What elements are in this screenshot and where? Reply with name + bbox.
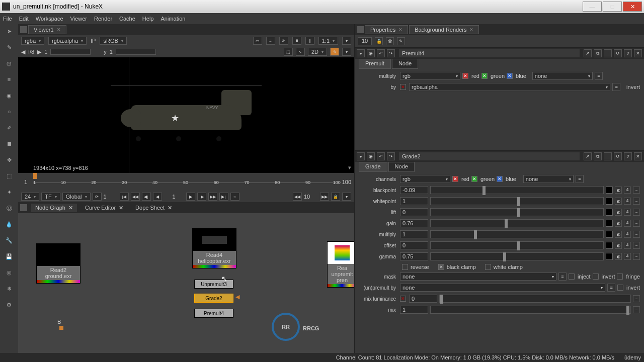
zoom-dropdown[interactable]: 1:1: [318, 37, 338, 45]
roi-icon[interactable]: ⬚: [284, 48, 293, 56]
mask-none-dropdown[interactable]: none: [532, 72, 593, 80]
menu-viewer[interactable]: Viewer: [70, 16, 87, 22]
drop-icon[interactable]: 💧: [4, 219, 14, 229]
gamma-slider[interactable]: [430, 252, 604, 260]
menu-edit[interactable]: Edit: [19, 16, 29, 22]
clock-icon[interactable]: ◷: [4, 58, 14, 68]
pane-menu-icon[interactable]: [20, 26, 27, 33]
node-read5[interactable]: Reaunpremlt pren: [327, 241, 354, 288]
node-premult4[interactable]: Premult4: [194, 309, 233, 318]
curve-icon[interactable]: ~: [633, 220, 640, 227]
curve-icon[interactable]: ~: [633, 253, 640, 260]
d-icon[interactable]: Ⓓ: [4, 203, 14, 213]
undo-icon[interactable]: ↶: [377, 49, 385, 57]
blue-check[interactable]: ✕: [507, 73, 513, 79]
menu-file[interactable]: File: [3, 16, 12, 22]
layers-icon[interactable]: ≣: [4, 139, 14, 149]
list-icon[interactable]: ≡: [266, 37, 275, 45]
pause-icon[interactable]: ⏸: [292, 37, 301, 45]
color-swatch[interactable]: [606, 253, 613, 260]
mix-slider[interactable]: [430, 306, 631, 314]
first-icon[interactable]: |◀: [120, 193, 129, 201]
wrench-icon[interactable]: 🔧: [4, 235, 14, 245]
next-key-icon[interactable]: ▶▶: [208, 193, 217, 201]
max-panels-input[interactable]: 10: [358, 37, 372, 45]
copy-icon[interactable]: ⧉: [594, 49, 602, 57]
color-swatch[interactable]: [606, 231, 613, 238]
invert-label[interactable]: invert: [626, 84, 640, 90]
subtab-grade[interactable]: Grade: [359, 162, 387, 172]
move-icon[interactable]: ✥: [4, 155, 14, 165]
lock-icon[interactable]: 🔒: [375, 37, 383, 45]
invert-check[interactable]: [593, 274, 599, 280]
arrow-icon[interactable]: ➤: [4, 26, 14, 36]
subtab-node[interactable]: Node: [388, 162, 415, 172]
gain-slider[interactable]: [430, 219, 604, 227]
close-button[interactable]: ✕: [623, 2, 642, 12]
sync-icon[interactable]: ⟳: [93, 193, 102, 201]
anim-icon[interactable]: ◐: [615, 209, 622, 216]
offset-input[interactable]: 0: [400, 241, 428, 249]
close-icon[interactable]: ✕: [57, 27, 61, 32]
close-panel-icon[interactable]: ✕: [634, 49, 642, 57]
blackpoint-input[interactable]: -0.09: [400, 186, 428, 194]
play-back-icon[interactable]: ◀: [153, 193, 162, 201]
spark-icon[interactable]: ✦: [4, 187, 14, 197]
blue-check[interactable]: ✕: [497, 176, 503, 182]
scope-dropdown[interactable]: Global: [62, 193, 91, 201]
link-icon[interactable]: ≡: [558, 273, 567, 281]
center-icon[interactable]: ◉: [367, 152, 375, 160]
clear-icon[interactable]: 🗑: [386, 37, 394, 45]
dropdown-icon[interactable]: ▾: [348, 164, 351, 171]
none-dropdown[interactable]: none: [523, 175, 574, 183]
expand-4[interactable]: 4: [624, 187, 631, 194]
fstop-slider[interactable]: [50, 49, 91, 55]
wipe-icon[interactable]: ⤡: [296, 48, 305, 56]
prev-icon[interactable]: ◀: [21, 49, 25, 55]
link-icon[interactable]: ≡: [607, 284, 615, 292]
redo-icon[interactable]: ↷: [387, 49, 395, 57]
tab-node-graph[interactable]: Node Graph✕: [31, 204, 77, 212]
cube-icon[interactable]: ⬚: [4, 171, 14, 181]
collapse-icon[interactable]: ▸: [357, 152, 365, 160]
channel-dropdown[interactable]: rgba: [21, 37, 44, 45]
loop-icon[interactable]: ○: [230, 193, 239, 201]
curve-icon[interactable]: ~: [633, 209, 640, 216]
tab-bg-renders[interactable]: Background Renders✕: [409, 25, 479, 34]
node-read4[interactable]: Read4helicopter.exr: [192, 228, 236, 268]
gamma-slider[interactable]: [116, 49, 156, 55]
anim-icon[interactable]: ◐: [615, 187, 622, 194]
menu-help[interactable]: Help: [142, 16, 154, 22]
flake-icon[interactable]: ❄: [4, 284, 14, 294]
curve-icon[interactable]: ~: [633, 242, 640, 249]
link-icon[interactable]: ≡: [612, 83, 620, 91]
fringe-check[interactable]: [617, 274, 623, 280]
disk-icon[interactable]: 💾: [4, 251, 14, 261]
whitepoint-input[interactable]: 1: [400, 197, 428, 205]
settings-icon[interactable]: ▾: [342, 193, 351, 201]
target-icon[interactable]: ◎: [4, 267, 14, 278]
clip-icon[interactable]: ▭: [253, 37, 262, 45]
lines-icon[interactable]: ≡: [4, 74, 14, 84]
red-check[interactable]: ✕: [462, 73, 468, 79]
mixlum-slider[interactable]: [439, 295, 631, 303]
gear-icon[interactable]: ⚙: [4, 300, 14, 310]
anim-icon[interactable]: ◐: [615, 220, 622, 227]
menu-cache[interactable]: Cache: [119, 16, 135, 22]
anim-icon[interactable]: ◐: [615, 231, 622, 238]
green-check[interactable]: ✕: [481, 73, 488, 79]
inject-check[interactable]: [569, 274, 575, 280]
more-icon[interactable]: ▾: [342, 48, 351, 56]
play-icon[interactable]: ▶: [186, 193, 195, 201]
revert-icon[interactable]: ↺: [614, 49, 622, 57]
color-swatch[interactable]: [606, 198, 613, 205]
last-icon[interactable]: ▶|: [219, 193, 228, 201]
lock-icon[interactable]: 🔒: [331, 193, 340, 201]
node-graph[interactable]: Read2ground.exr Read4helicopter.exr Reau…: [18, 213, 354, 362]
curve-icon[interactable]: ~: [633, 295, 640, 302]
multiply-slider[interactable]: [430, 230, 604, 238]
link-icon[interactable]: ≡: [576, 175, 584, 183]
pen-icon[interactable]: ✎: [4, 42, 14, 52]
brush-icon[interactable]: ✐: [4, 123, 14, 133]
tf-dropdown[interactable]: TF: [41, 193, 60, 201]
